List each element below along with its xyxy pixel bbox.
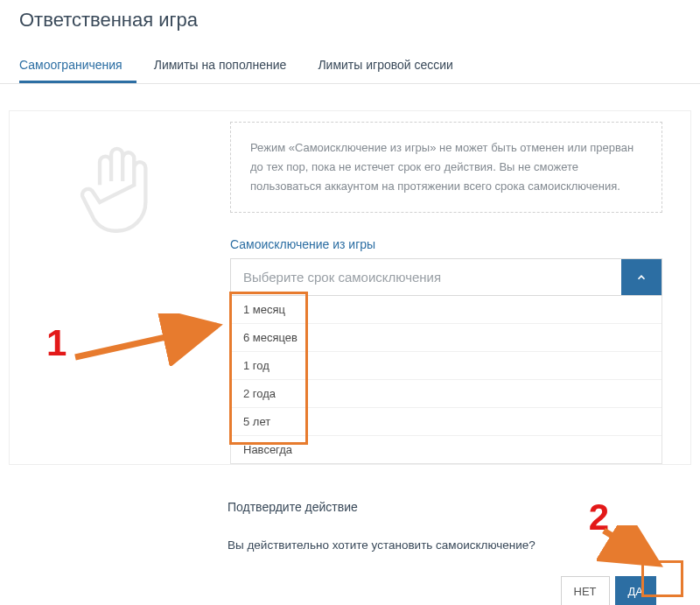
confirm-buttons: НЕТ ДА	[228, 576, 665, 605]
period-select[interactable]: Выберите срок самоисключения	[230, 258, 662, 296]
yes-button[interactable]: ДА	[615, 576, 656, 605]
form-column: Режим «Самоисключение из игры» не может …	[213, 122, 671, 464]
option-forever[interactable]: Навсегда	[231, 435, 662, 463]
select-placeholder: Выберите срок самоисключения	[231, 259, 621, 295]
tabs: Самоограничения Лимиты на пополнение Лим…	[0, 32, 700, 84]
hand-stop-icon	[73, 139, 169, 464]
annotation-arrow-2	[597, 525, 676, 574]
option-1-year[interactable]: 1 год	[231, 351, 662, 379]
option-6-months[interactable]: 6 месяцев	[231, 323, 662, 351]
page-title: Ответственная игра	[0, 0, 700, 32]
chevron-up-icon[interactable]	[621, 259, 662, 295]
tab-deposit-limits[interactable]: Лимиты на пополнение	[154, 51, 301, 83]
icon-column	[29, 122, 213, 464]
svg-line-0	[75, 326, 217, 357]
option-1-month[interactable]: 1 месяц	[231, 296, 662, 323]
annotation-arrow-1	[70, 313, 228, 366]
annotation-number-1: 1	[46, 322, 66, 364]
select-label: Самоисключение из игры	[230, 237, 662, 251]
tab-session-limits[interactable]: Лимиты игровой сессии	[318, 51, 467, 83]
option-2-years[interactable]: 2 года	[231, 379, 662, 407]
info-box: Режим «Самоисключение из игры» не может …	[230, 122, 662, 213]
tab-self-limits[interactable]: Самоограничения	[19, 51, 136, 83]
content-panel: Режим «Самоисключение из игры» не может …	[9, 110, 691, 465]
option-5-years[interactable]: 5 лет	[231, 407, 662, 435]
period-dropdown: 1 месяц 6 месяцев 1 год 2 года 5 лет Нав…	[230, 296, 662, 464]
no-button[interactable]: НЕТ	[561, 576, 610, 605]
svg-line-1	[604, 531, 658, 564]
